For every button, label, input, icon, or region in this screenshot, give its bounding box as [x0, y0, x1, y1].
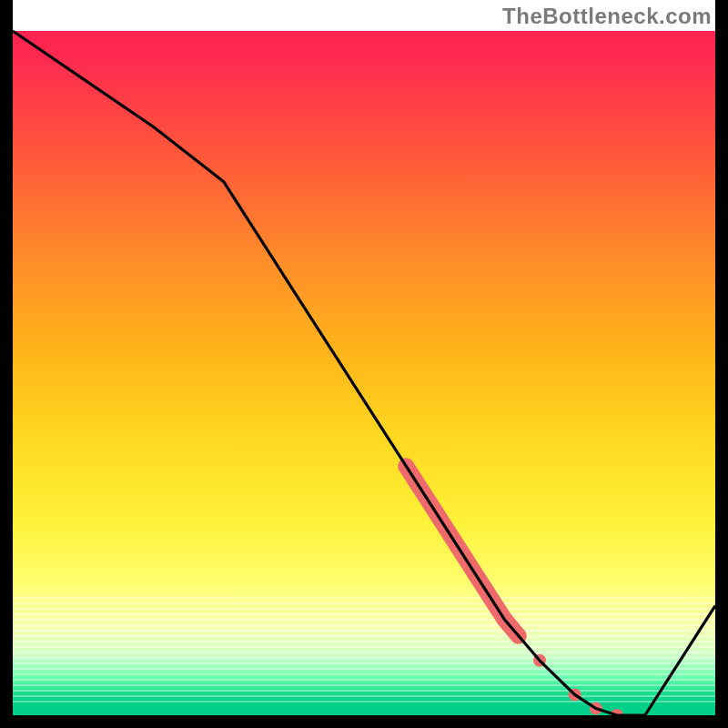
chart-background [0, 0, 728, 728]
attribution-label: TheBottleneck.com [502, 4, 712, 29]
